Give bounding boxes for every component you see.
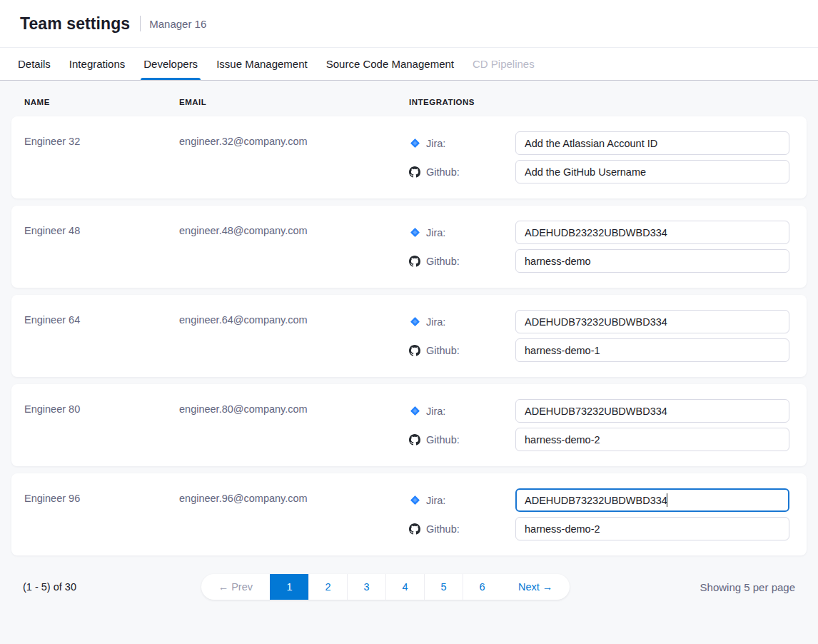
jira-label: Jira:	[426, 406, 445, 417]
github-input-wrap	[515, 517, 789, 540]
github-label: Github:	[426, 523, 460, 535]
github-input-wrap	[515, 428, 789, 451]
github-label: Github:	[426, 256, 460, 267]
jira-label-group: Jira:	[409, 227, 515, 238]
developer-email: engineer.80@company.com	[179, 399, 409, 451]
github-integration-row: Github:	[409, 428, 789, 451]
tab-cd-pipelines: CD Pipelines	[463, 48, 544, 80]
tab-source-code-management[interactable]: Source Code Management	[317, 48, 463, 80]
page-subtitle: Manager 16	[149, 18, 206, 30]
github-input-wrap	[515, 160, 789, 183]
page-button-2[interactable]: 2	[308, 574, 347, 600]
table-row: Engineer 80 engineer.80@company.com Jira…	[11, 384, 807, 466]
column-header-email: EMAIL	[179, 98, 409, 106]
jira-account-id-input[interactable]	[515, 221, 789, 244]
github-integration-row: Github:	[409, 517, 789, 540]
jira-integration-row: Jira:	[409, 399, 789, 423]
jira-label-group: Jira:	[409, 138, 515, 149]
jira-label: Jira:	[426, 227, 445, 238]
github-label-group: Github:	[409, 434, 515, 446]
page-header: Team settings Manager 16	[0, 0, 818, 47]
jira-icon	[409, 495, 420, 506]
developer-email: engineer.96@company.com	[179, 488, 409, 540]
tab-issue-management[interactable]: Issue Management	[207, 48, 317, 80]
prev-page-button[interactable]: ← Prev	[201, 574, 270, 600]
jira-input-wrap	[515, 131, 789, 155]
jira-label-group: Jira:	[409, 316, 515, 328]
jira-input-wrap	[515, 488, 789, 512]
github-label: Github:	[426, 166, 460, 178]
github-icon	[409, 434, 420, 446]
next-page-button[interactable]: Next →	[501, 574, 570, 600]
github-label-group: Github:	[409, 256, 515, 267]
github-username-input[interactable]	[515, 428, 789, 451]
jira-input-wrap	[515, 399, 789, 423]
title-divider	[140, 16, 141, 31]
result-range-label: (1 - 5) of 30	[23, 581, 76, 593]
jira-input-wrap	[515, 310, 789, 333]
github-username-input[interactable]	[515, 517, 789, 540]
github-icon	[409, 166, 420, 178]
integrations-cell: Jira: Github:	[409, 399, 789, 451]
github-label: Github:	[426, 345, 460, 356]
jira-icon	[409, 227, 420, 238]
pagination-control: ← Prev 123456Next →	[201, 574, 570, 600]
jira-icon	[409, 316, 420, 328]
table-row: Engineer 48 engineer.48@company.com Jira…	[11, 206, 807, 288]
jira-account-id-input[interactable]	[515, 310, 789, 333]
developer-name: Engineer 32	[24, 131, 179, 183]
developer-name: Engineer 48	[24, 221, 179, 273]
jira-label-group: Jira:	[409, 406, 515, 417]
github-username-input[interactable]	[515, 249, 789, 273]
jira-label: Jira:	[426, 138, 445, 149]
page-button-5[interactable]: 5	[424, 574, 463, 600]
developer-name: Engineer 80	[24, 399, 179, 451]
table-row: Engineer 96 engineer.96@company.com Jira…	[11, 473, 807, 555]
table-row: Engineer 64 engineer.64@company.com Jira…	[11, 295, 807, 377]
github-icon	[409, 345, 420, 356]
jira-integration-row: Jira:	[409, 131, 789, 155]
developer-email: engineer.48@company.com	[179, 221, 409, 273]
jira-label: Jira:	[426, 316, 445, 328]
github-icon	[409, 256, 420, 267]
per-page-label: Showing 5 per page	[700, 581, 795, 593]
jira-icon	[409, 406, 420, 417]
developer-email: engineer.64@company.com	[179, 310, 409, 362]
jira-integration-row: Jira:	[409, 488, 789, 512]
jira-account-id-input[interactable]	[515, 488, 789, 512]
tab-developers[interactable]: Developers	[134, 48, 207, 80]
jira-label-group: Jira:	[409, 495, 515, 506]
tab-integrations[interactable]: Integrations	[60, 48, 134, 80]
developer-email: engineer.32@company.com	[179, 131, 409, 183]
page-button-6[interactable]: 6	[463, 574, 501, 600]
github-username-input[interactable]	[515, 160, 789, 183]
integrations-cell: Jira: Github:	[409, 310, 789, 362]
jira-input-wrap	[515, 221, 789, 244]
developer-name: Engineer 96	[24, 488, 179, 540]
page-title: Team settings	[20, 14, 130, 34]
jira-integration-row: Jira:	[409, 310, 789, 333]
page-button-1[interactable]: 1	[270, 574, 308, 600]
jira-icon	[409, 138, 420, 149]
tab-details[interactable]: Details	[9, 48, 60, 80]
table-row: Engineer 32 engineer.32@company.com Jira…	[11, 116, 807, 198]
jira-label: Jira:	[426, 495, 445, 506]
developers-panel: NAME EMAIL INTEGRATIONS Engineer 32 engi…	[0, 81, 818, 600]
table-header-row: NAME EMAIL INTEGRATIONS	[11, 81, 807, 116]
github-input-wrap	[515, 338, 789, 362]
github-input-wrap	[515, 249, 789, 273]
integrations-cell: Jira: Github:	[409, 131, 789, 183]
developer-name: Engineer 64	[24, 310, 179, 362]
jira-account-id-input[interactable]	[515, 131, 789, 155]
jira-account-id-input[interactable]	[515, 399, 789, 423]
github-label: Github:	[426, 434, 460, 446]
github-username-input[interactable]	[515, 338, 789, 362]
page-button-4[interactable]: 4	[385, 574, 424, 600]
github-integration-row: Github:	[409, 338, 789, 362]
page-button-3[interactable]: 3	[347, 574, 385, 600]
github-label-group: Github:	[409, 166, 515, 178]
developer-rows: Engineer 32 engineer.32@company.com Jira…	[11, 116, 807, 555]
integrations-cell: Jira: Github:	[409, 221, 789, 273]
github-integration-row: Github:	[409, 160, 789, 183]
column-header-integrations: INTEGRATIONS	[409, 98, 789, 106]
